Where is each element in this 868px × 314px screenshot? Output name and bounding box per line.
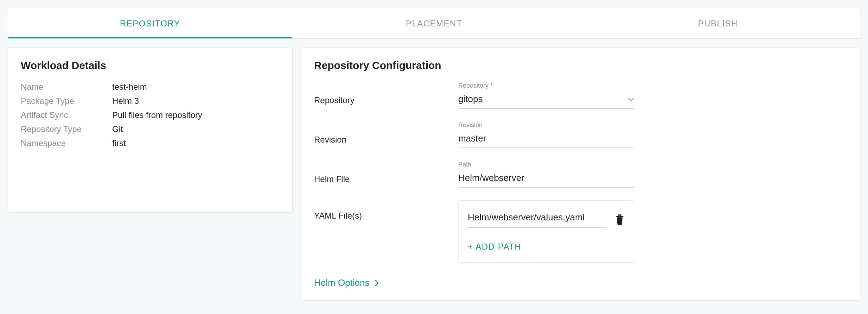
- detail-label-artifact-sync: Artifact Sync: [21, 110, 112, 120]
- cfg-label-repository: Repository: [314, 95, 458, 109]
- cfg-label-revision: Revision: [314, 135, 458, 148]
- detail-value-package-type: Helm 3: [112, 96, 139, 106]
- float-label-revision: Revision: [458, 121, 634, 129]
- yaml-file-item: Helm/webserver/values.yaml: [468, 211, 625, 228]
- repo-config-title: Repository Configuration: [314, 59, 847, 71]
- cfg-row-helm-file: Helm File Path Helm/webserver: [314, 161, 847, 188]
- revision-input[interactable]: master: [458, 131, 634, 148]
- detail-value-artifact-sync: Pull files from repository: [112, 110, 202, 120]
- yaml-file-input[interactable]: Helm/webserver/values.yaml: [468, 211, 606, 228]
- revision-value: master: [458, 133, 486, 144]
- detail-label-repo-type: Repository Type: [21, 124, 112, 134]
- repository-value: gitops: [458, 94, 483, 105]
- detail-label-name: Name: [21, 82, 112, 92]
- add-path-button[interactable]: + ADD PATH: [468, 242, 625, 252]
- detail-row-name: Name test-helm: [21, 82, 280, 92]
- helm-options-label: Helm Options: [314, 277, 370, 288]
- tab-placement[interactable]: PLACEMENT: [292, 8, 576, 38]
- trash-icon: [615, 214, 625, 225]
- workload-details-card: Workload Details Name test-helm Package …: [8, 47, 293, 213]
- tab-repository[interactable]: REPOSITORY: [8, 8, 292, 38]
- workload-details-title: Workload Details: [21, 59, 280, 71]
- detail-value-namespace: first: [112, 138, 126, 148]
- cfg-row-yaml-files: YAML File(s) Helm/webserver/values.yaml …: [314, 200, 847, 263]
- cfg-row-repository: Repository Repository * gitops: [314, 82, 847, 109]
- detail-row-package-type: Package Type Helm 3: [21, 96, 280, 106]
- float-label-path: Path: [458, 161, 634, 168]
- cfg-row-revision: Revision Revision master: [314, 121, 847, 148]
- yaml-files-card: Helm/webserver/values.yaml + ADD PATH: [458, 200, 634, 263]
- detail-label-package-type: Package Type: [21, 96, 112, 106]
- detail-row-artifact-sync: Artifact Sync Pull files from repository: [21, 110, 280, 120]
- delete-yaml-button[interactable]: [615, 214, 625, 225]
- detail-value-name: test-helm: [112, 82, 147, 92]
- tab-publish[interactable]: PUBLISH: [576, 8, 860, 38]
- helm-file-path-value: Helm/webserver: [458, 172, 524, 183]
- detail-label-namespace: Namespace: [21, 138, 112, 148]
- chevron-right-icon: [375, 280, 379, 287]
- detail-row-namespace: Namespace first: [21, 138, 280, 148]
- detail-row-repo-type: Repository Type Git: [21, 124, 280, 134]
- repo-config-card: Repository Configuration Repository Repo…: [301, 47, 860, 301]
- float-label-repository: Repository *: [458, 82, 634, 89]
- cfg-label-helm-file: Helm File: [314, 174, 458, 188]
- helm-file-path-input[interactable]: Helm/webserver: [458, 170, 634, 188]
- repository-select[interactable]: gitops: [458, 92, 634, 109]
- cfg-label-yaml-files: YAML File(s): [314, 200, 458, 224]
- detail-value-repo-type: Git: [112, 124, 123, 134]
- tabs-bar: REPOSITORY PLACEMENT PUBLISH: [8, 8, 860, 39]
- helm-options-toggle[interactable]: Helm Options: [314, 277, 379, 288]
- dropdown-caret-icon: [628, 98, 634, 101]
